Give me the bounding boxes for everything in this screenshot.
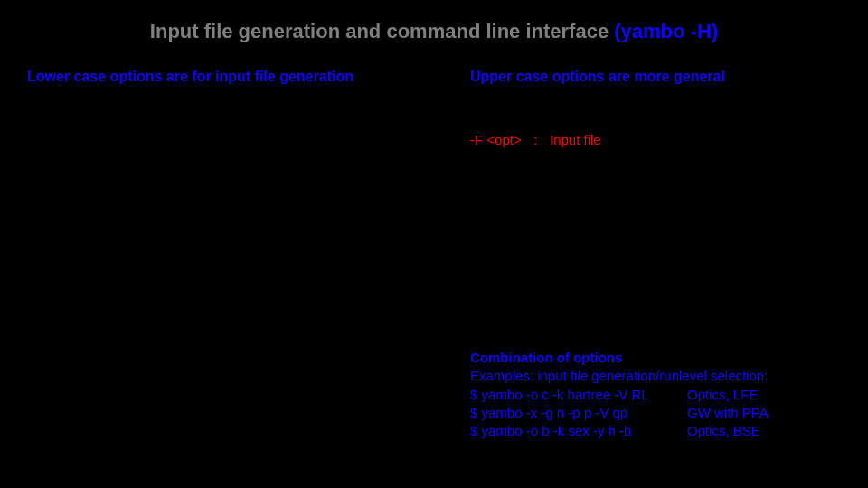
example-row: $ yambo -x -g n -p p -V qpGW with PPA xyxy=(470,404,769,422)
example-cmd: $ yambo -o b -k sex -y h -b xyxy=(470,422,687,440)
example-cmd: $ yambo -x -g n -p p -V qp xyxy=(470,404,687,422)
combination-block: Combination of options Examples: input f… xyxy=(470,349,769,440)
example-desc: GW with PPA xyxy=(687,405,769,420)
option-F-row: -F <opt>:Input file xyxy=(470,132,601,147)
lowercase-header: Lower case options are for input file ge… xyxy=(27,69,354,85)
combination-intro: Examples: input file generation/runlevel… xyxy=(470,367,769,385)
title-command: (yambo -H) xyxy=(614,20,718,42)
option-F-flag: -F <opt> xyxy=(470,132,533,147)
uppercase-header: Upper case options are more general xyxy=(470,69,725,85)
option-F-sep: : xyxy=(533,132,550,147)
example-cmd: $ yambo -o c -k hartree -V RL xyxy=(470,386,687,404)
page-title: Input file generation and command line i… xyxy=(0,20,868,43)
example-row: $ yambo -o c -k hartree -V RLOptics, LFE xyxy=(470,386,769,404)
example-desc: Optics, LFE xyxy=(687,387,758,402)
example-row: $ yambo -o b -k sex -y h -bOptics, BSE xyxy=(470,422,769,440)
example-desc: Optics, BSE xyxy=(687,423,760,438)
combination-header: Combination of options xyxy=(470,349,769,367)
title-main: Input file generation and command line i… xyxy=(150,20,614,42)
option-F-desc: Input file xyxy=(550,132,601,147)
